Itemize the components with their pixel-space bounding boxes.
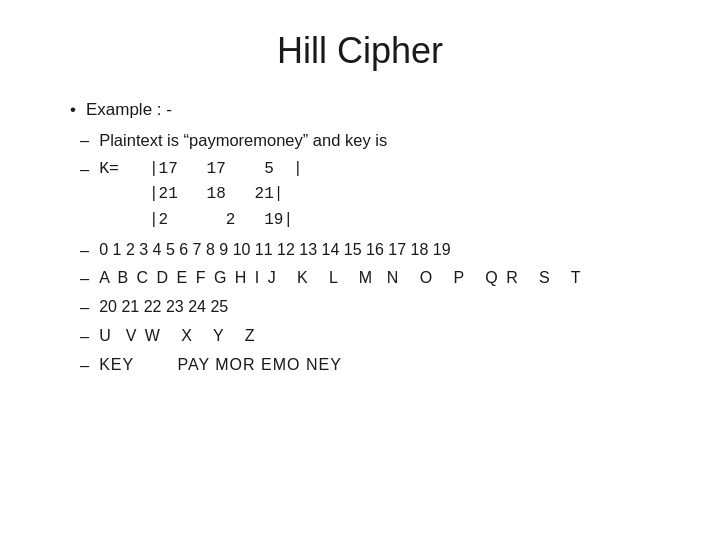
list-item-key: – KEY PAY MOR EMO NEY [80, 353, 680, 378]
dash-6: – [80, 324, 89, 349]
dash-2: – [80, 157, 89, 182]
list-item-plaintext: – Plaintext is “paymoremoney” and key is [80, 128, 680, 153]
matrix-row-2: |21 18 21| [149, 182, 303, 208]
alphabet-u-z: U V W X Y Z [99, 324, 256, 348]
list-item-numbers2: – 20 21 22 23 24 25 [80, 295, 680, 320]
page-title: Hill Cipher [40, 30, 680, 72]
alphabet-a-t: A B C D E F G H I J K L M N O P Q R S T [99, 266, 582, 290]
dash-7: – [80, 353, 89, 378]
numbers-0-19: 0 1 2 3 4 5 6 7 8 9 10 11 12 13 14 15 16… [99, 238, 450, 262]
example-header: • Example : - [70, 100, 680, 120]
matrix-row-3: |2 2 19| [149, 208, 303, 234]
matrix-container: K= |17 17 5 | |21 18 21| |2 2 19| [99, 157, 302, 234]
key-text: KEY PAY MOR EMO NEY [99, 353, 342, 377]
page: Hill Cipher • Example : - – Plaintext is… [0, 0, 720, 540]
example-label: Example : - [86, 100, 172, 120]
dash-list: – Plaintext is “paymoremoney” and key is… [70, 128, 680, 377]
matrix-row-1: |17 17 5 | [149, 157, 303, 183]
list-item-numbers1: – 0 1 2 3 4 5 6 7 8 9 10 11 12 13 14 15 … [80, 238, 680, 263]
list-item-alpha1: – A B C D E F G H I J K L M N O P Q R S … [80, 266, 680, 291]
dash-4: – [80, 266, 89, 291]
bullet-symbol: • [70, 100, 76, 120]
matrix-block: |17 17 5 | |21 18 21| |2 2 19| [149, 157, 303, 234]
plaintext-text: Plaintext is “paymoremoney” and key is [99, 128, 387, 153]
dash-5: – [80, 295, 89, 320]
dash-3: – [80, 238, 89, 263]
dash-1: – [80, 128, 89, 153]
list-item-alpha2: – U V W X Y Z [80, 324, 680, 349]
matrix-k-label: K= [99, 157, 119, 182]
content-area: • Example : - – Plaintext is “paymoremon… [40, 100, 680, 381]
numbers-20-25: 20 21 22 23 24 25 [99, 295, 228, 319]
list-item-matrix: – K= |17 17 5 | |21 18 21| |2 2 19| [80, 157, 680, 234]
